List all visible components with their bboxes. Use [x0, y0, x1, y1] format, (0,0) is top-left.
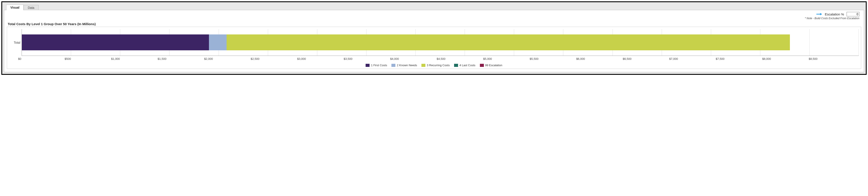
y-category: Total: [14, 41, 20, 45]
window-frame: Visual Data Escalation % * Note - Build …: [1, 1, 867, 75]
x-axis: $0$500$1,000$1,500$2,000$2,500$3,000$3,5…: [22, 57, 859, 60]
svg-marker-1: [820, 13, 822, 15]
escalation-input[interactable]: [846, 12, 859, 16]
chart-title: Total Costs By Level 1 Group Over 50 Yea…: [8, 22, 861, 26]
x-tick-label: $500: [65, 57, 111, 60]
visual-panel: Escalation % * Note - Build Costs Exclud…: [4, 10, 864, 72]
x-tick-label: $3,500: [344, 57, 390, 60]
chart-area: Total: [9, 29, 859, 56]
x-tick-label: $4,500: [437, 57, 483, 60]
legend-swatch-last-costs: [454, 64, 458, 67]
legend-label-last-costs: 4 Last Costs: [459, 63, 475, 67]
legend-swatch-first-costs: [366, 64, 370, 67]
tab-visual[interactable]: Visual: [6, 5, 24, 10]
y-axis-label: Total: [9, 29, 22, 56]
x-tick-label: $5,500: [530, 57, 576, 60]
legend-swatch-escalation: [480, 64, 484, 67]
legend-swatch-known-needs: [392, 64, 395, 67]
escalation-row: Escalation %: [7, 11, 861, 16]
tab-data[interactable]: Data: [24, 5, 39, 10]
x-tick-label: $8,000: [762, 57, 809, 60]
legend-first-costs: 1 First Costs: [366, 63, 387, 67]
x-tick-label: $2,500: [251, 57, 297, 60]
bar-segment: [22, 34, 209, 50]
bar-segment: [209, 34, 226, 50]
chart-frame: Total $0$500$1,000$1,500$2,000$2,500$3,0…: [7, 27, 861, 69]
legend-label-escalation: 99 Escalation: [485, 63, 502, 67]
x-tick-label: $8,500: [809, 57, 855, 60]
x-tick-label: $7,000: [669, 57, 716, 60]
legend-last-costs: 4 Last Costs: [454, 63, 475, 67]
escalation-label: Escalation %: [825, 12, 844, 16]
legend-swatch-recurring-costs: [422, 64, 425, 67]
legend-label-recurring-costs: 3 Recurring Costs: [427, 63, 450, 67]
x-tick-label: $1,000: [111, 57, 158, 60]
x-tick-label: $1,500: [158, 57, 204, 60]
x-tick-label: $5,000: [483, 57, 530, 60]
legend-recurring-costs: 3 Recurring Costs: [422, 63, 450, 67]
x-tick-label: $4,000: [390, 57, 437, 60]
escalation-note: * Note - Build Costs Excluded From Escal…: [7, 16, 861, 21]
bar-segment: [226, 34, 790, 50]
legend-label-known-needs: 2 Known Needs: [397, 63, 417, 67]
legend-label-first-costs: 1 First Costs: [371, 63, 387, 67]
x-tick-label: $6,000: [576, 57, 623, 60]
x-tick-label: $2,000: [204, 57, 251, 60]
x-tick-label: $6,500: [623, 57, 669, 60]
chart-plot: [22, 29, 859, 56]
x-tick-label: $0: [18, 57, 65, 60]
legend-escalation: 99 Escalation: [480, 63, 502, 67]
legend-known-needs: 2 Known Needs: [392, 63, 417, 67]
stacked-bar: [22, 34, 859, 50]
tabs-bar: Visual Data: [4, 3, 864, 10]
x-tick-label: $7,500: [716, 57, 762, 60]
x-tick-label: $3,000: [297, 57, 344, 60]
chart-legend: 1 First Costs 2 Known Needs 3 Recurring …: [9, 63, 859, 67]
arrow-right-icon: [816, 12, 822, 16]
